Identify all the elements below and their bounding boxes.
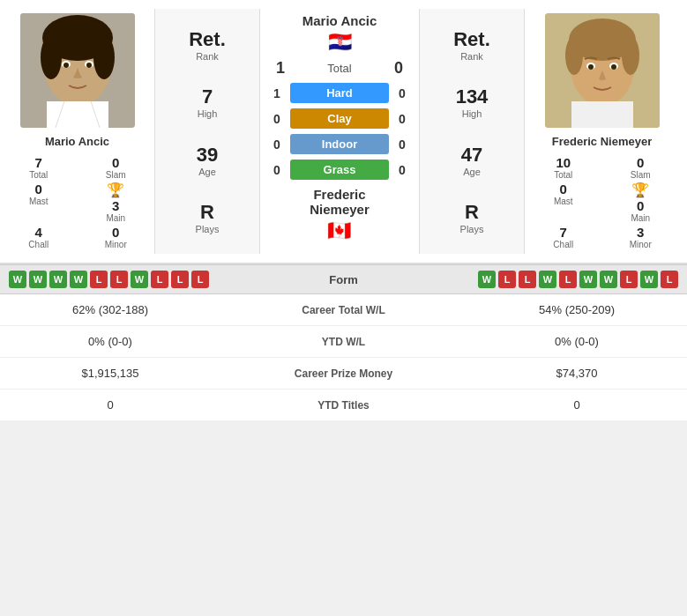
form-badge: L: [171, 271, 189, 288]
player2-form: WLLWLWWLWL: [478, 271, 678, 288]
player2-flag: 🇨🇦: [310, 219, 370, 242]
grass-left: 0: [267, 163, 287, 177]
stats-center-label: Career Total W/L: [220, 304, 467, 316]
player2-mid-stats: Ret. Rank 134 High 47 Age R Plays: [419, 9, 525, 254]
player2-trophy-icon: 🏆: [631, 182, 649, 198]
player2-panel: Frederic Niemeyer 10 Total 0 Slam 0 Mast…: [525, 9, 679, 254]
player1-minor: 0 Minor: [82, 225, 151, 249]
surface-row-grass: 0 Grass 0: [267, 160, 412, 180]
player1-center-name: Mario Ancic: [302, 13, 377, 28]
player1-total-score: 1: [267, 59, 294, 78]
stats-left-value: 0: [0, 398, 220, 412]
player1-slam: 0 Slam: [82, 155, 151, 180]
player2-chall: 7 Chall: [529, 225, 598, 249]
player2-mast: 0 Mast: [529, 182, 598, 223]
player2-minor: 3 Minor: [607, 225, 676, 249]
stats-row: 62% (302-188)Career Total W/L54% (250-20…: [0, 294, 687, 326]
stats-left-value: 62% (302-188): [0, 303, 220, 316]
stats-right-value: 54% (250-209): [467, 303, 687, 316]
player1-form: WWWWLLWLLL: [9, 271, 209, 288]
player1-name: Mario Ancic: [45, 135, 109, 148]
surface-row-clay: 0 Clay 0: [267, 108, 412, 129]
total-row: 1 Total 0: [260, 57, 419, 79]
player1-trophy-icon: 🏆: [107, 182, 124, 198]
player1-stats-grid: 7 Total 0 Slam 0 Mast 🏆 3 Main 4: [4, 155, 150, 249]
svg-point-8: [86, 63, 92, 68]
svg-point-3: [41, 35, 62, 79]
stats-row: 0YTD Titles0: [0, 390, 687, 420]
player1-age: 39 Age: [197, 144, 218, 177]
main-container: Mario Ancic 7 Total 0 Slam 0 Mast 🏆 3 M: [0, 0, 687, 420]
player1-high: 7 High: [198, 85, 218, 119]
form-badge: W: [478, 271, 496, 288]
stats-right-value: 0: [467, 398, 687, 412]
stats-center-label: YTD W/L: [220, 336, 467, 348]
hard-btn: Hard: [290, 83, 389, 103]
form-section: WWWWLLWLLL Form WLLWLWWLWL: [0, 264, 687, 294]
svg-point-14: [622, 36, 639, 75]
stats-right-value: $74,370: [467, 367, 687, 380]
grass-right: 0: [392, 163, 412, 177]
player1-plays: R Plays: [196, 201, 220, 234]
svg-rect-19: [571, 101, 633, 128]
player2-center-name: FredericNiemeyer: [310, 187, 370, 217]
form-badge: W: [9, 271, 26, 288]
player2-photo: [545, 13, 660, 128]
player2-rank: Ret. Rank: [453, 28, 490, 62]
player1-panel: Mario Ancic 7 Total 0 Slam 0 Mast 🏆 3 M: [0, 9, 154, 254]
player2-stats-grid: 10 Total 0 Slam 0 Mast 🏆 0 Main 7: [529, 155, 675, 249]
svg-point-13: [565, 36, 583, 75]
stats-left-value: 0% (0-0): [0, 335, 220, 348]
svg-point-7: [63, 63, 69, 68]
top-section: Mario Ancic 7 Total 0 Slam 0 Mast 🏆 3 M: [0, 0, 687, 264]
career-stats-table: 62% (302-188)Career Total W/L54% (250-20…: [0, 294, 687, 420]
svg-point-4: [93, 35, 115, 79]
player2-high: 134 High: [456, 85, 489, 119]
hard-left: 1: [267, 86, 287, 100]
form-badge: W: [579, 271, 597, 288]
form-badge: L: [191, 271, 209, 288]
surface-row-hard: 1 Hard 0: [267, 83, 412, 103]
player2-plays: R Plays: [460, 201, 484, 234]
center-col: Mario Ancic 🇭🇷 1 Total 0 1 Hard 0 0 Clay…: [260, 9, 419, 254]
form-badge: L: [559, 271, 577, 288]
surface-rows: 1 Hard 0 0 Clay 0 0 Indoor 0 0 Grass: [260, 83, 419, 180]
form-badge: L: [110, 271, 128, 288]
form-badge: W: [131, 271, 148, 288]
stats-left-value: $1,915,135: [0, 367, 220, 380]
total-label: Total: [327, 62, 351, 75]
form-badge: L: [90, 271, 108, 288]
player2-slam: 0 Slam: [607, 155, 676, 180]
player1-chall: 4 Chall: [4, 225, 73, 249]
player2-center-name-block: FredericNiemeyer 🇨🇦: [310, 187, 370, 246]
form-badge: W: [49, 271, 67, 288]
stats-center-label: YTD Titles: [220, 399, 467, 412]
form-badge: L: [519, 271, 536, 288]
svg-point-17: [588, 64, 594, 70]
player1-trophy-icon-cell: 🏆 3 Main: [82, 182, 151, 223]
form-badge: L: [620, 271, 638, 288]
form-badge: W: [70, 271, 87, 288]
form-badge: L: [661, 271, 678, 288]
player2-total: 10 Total: [529, 155, 598, 180]
indoor-btn: Indoor: [290, 134, 389, 154]
stats-row: 0% (0-0)YTD W/L0% (0-0): [0, 326, 687, 358]
clay-btn: Clay: [290, 108, 389, 129]
form-badge: L: [151, 271, 168, 288]
form-label: Form: [329, 273, 358, 286]
stats-center-label: Career Prize Money: [220, 367, 467, 380]
player2-total-score: 0: [385, 59, 412, 78]
form-badge: L: [498, 271, 516, 288]
svg-rect-9: [47, 101, 108, 128]
player1-mast: 0 Mast: [4, 182, 73, 223]
surface-row-indoor: 0 Indoor 0: [267, 134, 412, 154]
player1-mid-stats: Ret. Rank 7 High 39 Age R Plays: [154, 9, 260, 254]
player1-flag: 🇭🇷: [328, 31, 352, 54]
form-badge: W: [29, 271, 47, 288]
hard-right: 0: [392, 86, 412, 100]
player1-total: 7 Total: [4, 155, 73, 180]
grass-btn: Grass: [290, 160, 389, 180]
svg-point-18: [611, 64, 616, 70]
clay-right: 0: [392, 112, 412, 126]
clay-left: 0: [267, 112, 287, 126]
